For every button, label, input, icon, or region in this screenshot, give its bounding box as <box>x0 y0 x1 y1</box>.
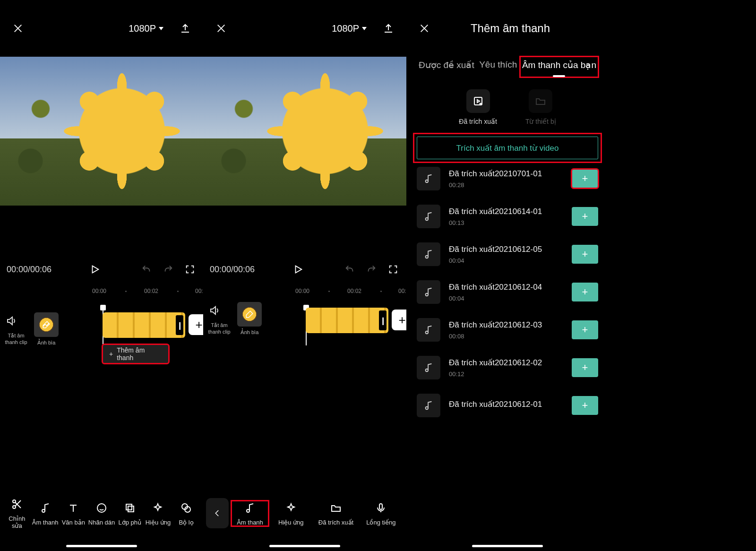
svg-rect-4 <box>126 504 132 510</box>
music-note-icon <box>417 242 440 266</box>
source-extracted[interactable]: Đã trích xuất <box>459 89 497 125</box>
timeline[interactable]: Tắt âm thanh clip Ảnh bìa ❙ + + Thêm âm … <box>0 299 203 398</box>
tool-label: Âm thanh <box>237 519 263 526</box>
resolution-selector[interactable]: 1080P <box>129 23 163 34</box>
add-audio-item-button[interactable]: + <box>572 283 598 301</box>
music-note-icon <box>417 205 440 228</box>
svg-point-0 <box>13 500 16 503</box>
tool-voiceover[interactable]: Lồng tiếng <box>359 501 404 526</box>
music-note-icon <box>244 501 256 515</box>
undo-icon[interactable] <box>138 261 155 278</box>
editor-panel-1: 1080P 00:00/00:06 00:00 00:02 <box>0 0 203 551</box>
timecode: 00:00/00:06 <box>7 265 52 275</box>
chevron-down-icon <box>159 27 163 30</box>
add-audio-item-button[interactable]: + <box>572 207 598 226</box>
list-item[interactable]: Đã trích xuất20210614-01 00:13 + <box>417 205 598 228</box>
add-audio-item-button[interactable]: + <box>572 358 598 377</box>
plus-icon: + <box>109 350 113 358</box>
add-audio-button[interactable]: + Thêm âm thanh <box>103 344 169 363</box>
add-audio-item-button[interactable]: + <box>572 320 598 339</box>
tool-label: Hiệu ứng <box>278 519 304 526</box>
add-audio-item-button[interactable]: + <box>572 396 598 415</box>
timeline[interactable]: Tắt âm thanh clip Ảnh bìa ❙ + <box>203 299 406 398</box>
list-item[interactable]: Đã trích xuất20210701-01 00:28 + <box>417 167 598 190</box>
cover-thumb[interactable] <box>237 302 262 327</box>
audio-duration: 00:04 <box>449 295 563 302</box>
tool-effects[interactable]: Hiệu ứng <box>268 501 313 526</box>
add-audio-item-button[interactable]: + <box>572 169 598 188</box>
video-clip[interactable]: ❙ <box>306 308 388 333</box>
audio-duration: 00:04 <box>449 257 563 264</box>
list-item[interactable]: Đã trích xuất20210612-05 00:04 + <box>417 242 598 266</box>
svg-rect-9 <box>379 504 382 509</box>
text-icon <box>68 501 79 515</box>
svg-rect-5 <box>128 506 134 512</box>
audio-title: Đã trích xuất20210612-01 <box>449 399 563 409</box>
home-indicator <box>66 545 137 547</box>
fullscreen-icon[interactable] <box>181 261 198 278</box>
tabs: Được đề xuất Yêu thích Âm thanh của bạn <box>406 57 609 77</box>
tool-label: Lồng tiếng <box>366 519 395 526</box>
resolution-selector[interactable]: 1080P <box>332 23 367 34</box>
clip-handle-icon[interactable]: ❙ <box>379 310 387 330</box>
list-item[interactable]: Đã trích xuất20210612-03 00:08 + <box>417 318 598 342</box>
tab-your-audio[interactable]: Âm thanh của bạn <box>520 57 598 77</box>
timeline-ruler[interactable]: 00:00 00:02 00:04 <box>0 286 203 299</box>
export-icon[interactable] <box>178 21 193 36</box>
ruler-tick: 00:02 <box>347 288 361 294</box>
tool-label: Chỉnh sửa <box>3 515 31 529</box>
close-icon[interactable] <box>10 21 26 36</box>
sparkle-icon <box>285 501 297 515</box>
close-icon[interactable] <box>214 21 229 36</box>
video-preview[interactable] <box>0 57 203 206</box>
tab-favorites[interactable]: Yêu thích <box>477 57 519 77</box>
tool-label: Lớp phủ <box>118 519 141 526</box>
cover-label: Ảnh bìa <box>237 329 262 336</box>
tool-audio[interactable]: Âm thanh <box>232 501 268 526</box>
tab-suggested[interactable]: Được đề xuất <box>417 57 476 77</box>
list-item[interactable]: Đã trích xuất20210612-04 00:04 + <box>417 280 598 304</box>
music-note-icon <box>417 356 440 379</box>
timeline-ruler[interactable]: 00:00 00:02 00:04 <box>203 286 406 299</box>
mute-icon[interactable] <box>206 302 223 319</box>
tool-extracted[interactable]: Đã trích xuất <box>313 501 358 526</box>
source-device[interactable]: Từ thiết bị <box>525 89 556 125</box>
audio-title: Đã trích xuất20210612-02 <box>449 358 563 368</box>
folder-icon <box>330 501 342 515</box>
tool-edit[interactable]: Chỉnh sửa <box>3 497 31 529</box>
tool-label: Âm thanh <box>32 519 59 526</box>
ruler-tick: 00:02 <box>144 288 158 294</box>
tool-label: Nhãn dán <box>88 519 115 526</box>
tool-filter[interactable]: Bộ lọ <box>172 501 200 526</box>
bottom-toolbar: Chỉnh sửa Âm thanh Văn bản Nhãn dán Lớp … <box>0 490 203 537</box>
close-icon[interactable] <box>417 21 432 36</box>
mute-label: Tắt âm thanh clip <box>206 322 232 335</box>
video-preview[interactable] <box>203 57 406 206</box>
tool-overlay[interactable]: Lớp phủ <box>116 501 144 526</box>
tool-audio[interactable]: Âm thanh <box>31 501 60 526</box>
audio-duration: 00:12 <box>449 370 563 378</box>
video-clip[interactable]: ❙ <box>103 312 185 338</box>
play-icon[interactable] <box>86 261 103 278</box>
tool-effects[interactable]: Hiệu ứng <box>144 501 172 526</box>
back-button[interactable] <box>206 498 229 528</box>
list-item[interactable]: Đã trích xuất20210612-01 + <box>417 394 598 417</box>
mute-icon[interactable] <box>3 312 20 329</box>
redo-icon[interactable] <box>363 261 380 278</box>
extract-audio-button[interactable]: Trích xuất âm thanh từ video <box>417 137 598 159</box>
scissors-icon <box>11 497 23 511</box>
redo-icon[interactable] <box>160 261 177 278</box>
cover-thumb[interactable] <box>34 312 59 337</box>
play-icon[interactable] <box>290 261 307 278</box>
add-audio-item-button[interactable]: + <box>572 245 598 264</box>
undo-icon[interactable] <box>341 261 358 278</box>
tool-text[interactable]: Văn bản <box>59 501 87 526</box>
sticker-icon <box>96 501 107 515</box>
list-item[interactable]: Đã trích xuất20210612-02 00:12 + <box>417 356 598 379</box>
tool-label: Đã trích xuất <box>318 519 353 526</box>
audio-title: Đã trích xuất20210701-01 <box>449 169 563 179</box>
export-icon[interactable] <box>381 21 396 36</box>
fullscreen-icon[interactable] <box>385 261 402 278</box>
clip-handle-icon[interactable]: ❙ <box>176 315 183 335</box>
tool-sticker[interactable]: Nhãn dán <box>87 501 116 526</box>
